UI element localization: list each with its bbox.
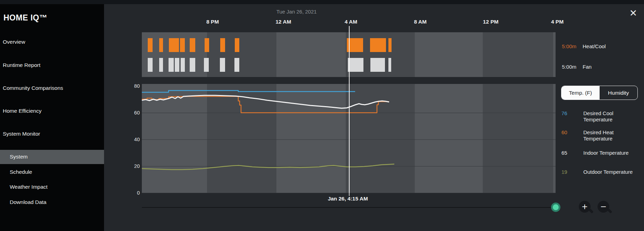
x-tick-8-am: 8 AM [414, 19, 427, 25]
runtime-legend-value-heat-cool: 5:00m [560, 43, 576, 49]
close-icon: ✕ [629, 8, 637, 18]
fan-runtime-bar [388, 58, 391, 72]
main-edge [553, 84, 556, 193]
fan-runtime-bar [190, 58, 195, 72]
temp-humidity-toggle: Temp. (F)Humidity [561, 86, 638, 100]
legend-label-outdoor-temperature: Outdoor Temperature [583, 169, 633, 175]
tab-temp-f[interactable]: Temp. (F) [561, 86, 600, 100]
legend-value-desired-heat-temperature: 60 [561, 129, 575, 135]
sidebar-item-system-monitor[interactable]: System Monitor [3, 131, 40, 137]
runtime-legend-value-fan: 5:00m [560, 64, 576, 70]
heat-runtime-bar [205, 38, 209, 52]
x-tick-12-pm: 12 PM [483, 19, 499, 25]
tab-humidity[interactable]: Humidity [600, 86, 638, 100]
runtime-legend-label-heat-cool: Heat/Cool [583, 43, 606, 49]
heat-runtime-bar [148, 38, 153, 52]
cursor-line[interactable] [349, 26, 350, 193]
heat-runtime-bar [388, 38, 392, 52]
fan-runtime-bar [234, 58, 239, 72]
legend-label-desired-cool-temperature: Desired CoolTemperature [583, 110, 613, 123]
y-tick-0: 0 [123, 190, 140, 196]
legend-value-outdoor-temperature: 19 [561, 169, 575, 175]
legend-label-indoor-temperature: Indoor Temperature [583, 150, 629, 156]
y-tick-20: 20 [123, 163, 140, 169]
main-band [346, 84, 415, 193]
fan-runtime-bar [175, 58, 179, 72]
strip-band [207, 32, 276, 77]
legend-value-desired-cool-temperature: 76 [561, 110, 575, 116]
heat-runtime-bar [159, 38, 163, 52]
heat-runtime-bar [169, 38, 179, 52]
x-tick-4-pm: 4 PM [551, 19, 564, 25]
fan-runtime-bar [159, 58, 163, 72]
strip-band [483, 32, 556, 77]
sidebar-subitem-system[interactable]: System [10, 154, 28, 160]
timeline-scrubber-track[interactable] [142, 207, 551, 208]
zoom-out-icon: − [600, 202, 607, 211]
sidebar-subitem-weather-impact[interactable]: Weather Impact [10, 184, 48, 190]
heat-runtime-bar [220, 38, 225, 52]
cursor-time-label: Jan 26, 4:15 AM [328, 196, 368, 202]
fan-runtime-bar [370, 58, 385, 72]
main-band [483, 84, 556, 193]
sidebar-item-home-efficiency[interactable]: Home Efficiency [3, 108, 42, 114]
main-band [207, 84, 276, 193]
y-tick-60: 60 [123, 110, 140, 116]
fan-runtime-bar [220, 58, 225, 72]
heat-runtime-bar [235, 38, 239, 52]
main-band [415, 84, 483, 193]
fan-runtime-bar [148, 58, 153, 72]
fan-runtime-bar [348, 58, 363, 72]
heat-runtime-bar [180, 38, 185, 52]
strip-band [276, 32, 346, 77]
timeline-scrubber-handle[interactable] [551, 203, 560, 212]
strip-band [415, 32, 483, 77]
legend-label-desired-heat-temperature: Desired HeatTemperature [583, 129, 614, 142]
y-tick-40: 40 [123, 137, 140, 142]
runtime-legend-label-fan: Fan [583, 64, 592, 70]
zoom-in-icon: + [582, 202, 588, 211]
sidebar-item-overview[interactable]: Overview [3, 39, 25, 45]
app-title: HOME IQ™ [3, 13, 48, 23]
fan-runtime-bar [181, 58, 185, 72]
zoom-in-button[interactable]: + [579, 201, 591, 213]
x-tick-8-pm: 8 PM [206, 19, 219, 25]
sidebar-subitem-schedule[interactable]: Schedule [10, 169, 32, 175]
sidebar-item-runtime-report[interactable]: Runtime Report [3, 62, 41, 68]
sidebar: HOME IQ™ OverviewRuntime ReportCommunity… [0, 4, 104, 231]
sidebar-item-community-comparisons[interactable]: Community Comparisons [3, 85, 63, 91]
close-button[interactable]: ✕ [626, 7, 640, 19]
chart-date-label: Tue Jan 26, 2021 [262, 9, 331, 15]
top-bar [0, 0, 644, 4]
home-iq-window: HOME IQ™ OverviewRuntime ReportCommunity… [0, 0, 644, 231]
main-band [142, 84, 207, 193]
strip-edge [553, 32, 556, 77]
fan-runtime-bar [204, 58, 209, 72]
sidebar-subitem-download-data[interactable]: Download Data [10, 199, 46, 205]
y-tick-80: 80 [123, 83, 140, 89]
x-tick-12-am: 12 AM [275, 19, 291, 25]
heat-runtime-bar [190, 38, 195, 52]
legend-value-indoor-temperature: 65 [561, 150, 575, 156]
x-tick-4-am: 4 AM [345, 19, 357, 25]
main-band [276, 84, 346, 193]
heat-runtime-bar [370, 38, 386, 52]
zoom-out-button[interactable]: − [598, 201, 609, 213]
fan-runtime-bar [169, 58, 174, 72]
